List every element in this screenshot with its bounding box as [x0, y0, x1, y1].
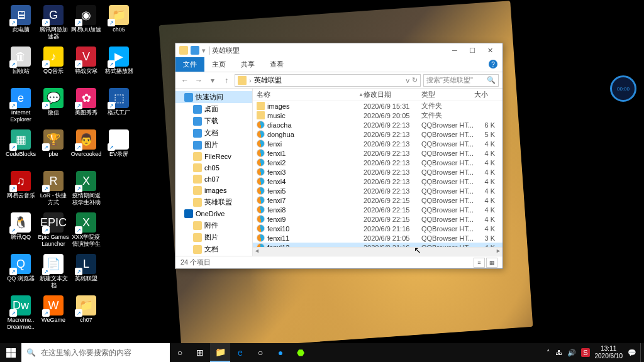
col-size[interactable]: 大小	[474, 90, 502, 99]
desktop-icon[interactable]: V特战灾寒	[70, 47, 102, 85]
taskbar-explorer-button[interactable]: 📁	[210, 343, 230, 362]
file-row[interactable]: fenxi122020/6/9 21:16QQBrowser HT...4 K	[253, 243, 502, 247]
desktop-icon[interactable]: ⬚格式工厂	[103, 88, 135, 127]
tab-view[interactable]: 查看	[262, 57, 291, 72]
view-details-button[interactable]: ≡	[474, 258, 485, 268]
horizontal-scrollbar[interactable]	[253, 247, 502, 256]
desktop-icon[interactable]: ♫网易云音乐	[5, 171, 36, 210]
taskbar-clock[interactable]: 13:11 2020/6/10	[595, 345, 623, 360]
file-row[interactable]: fenxi32020/6/9 22:13QQBrowser HT...4 K	[253, 167, 502, 177]
file-row[interactable]: music2020/6/9 20:05文件夹	[253, 111, 502, 120]
file-row[interactable]: fenxi82020/6/9 22:15QQBrowser HT...4 K	[253, 205, 502, 214]
navigation-tree[interactable]: 快速访问桌面下载文档图片FileRecvch05ch07images英雄联盟On…	[175, 89, 253, 256]
nav-tree-item[interactable]: ch07	[175, 173, 252, 185]
desktop-icon[interactable]: 📁ch05	[103, 5, 135, 44]
taskbar-edge-button[interactable]: e	[230, 343, 250, 362]
file-row[interactable]: images2020/6/9 15:31文件夹	[253, 101, 502, 111]
tray-network-icon[interactable]: 🖧	[555, 349, 562, 356]
desktop-icon[interactable]: L英雄联盟	[70, 254, 102, 293]
file-row[interactable]: fenxi102020/6/9 21:16QQBrowser HT...4 K	[253, 224, 502, 233]
nav-tree-item[interactable]: 文档	[175, 243, 252, 255]
search-input[interactable]: 搜索"英雄联盟" 🔍	[423, 74, 499, 87]
taskbar-search-input[interactable]: 🔍 在这里输入你要搜索的内容	[21, 343, 170, 362]
taskbar-app-button[interactable]: ●	[270, 343, 291, 362]
task-view-button[interactable]: ⊞	[190, 343, 210, 362]
nav-tree-item[interactable]: 下载	[175, 115, 252, 127]
col-date[interactable]: 修改日期	[364, 90, 421, 99]
file-row[interactable]: fenxi92020/6/9 22:15QQBrowser HT...4 K	[253, 214, 502, 224]
address-bar[interactable]: › 英雄联盟 v ↻	[235, 74, 421, 87]
nav-back-button[interactable]: ←	[179, 75, 191, 86]
tab-home[interactable]: 主页	[204, 57, 233, 72]
desktop-icon[interactable]: 🖥此电脑	[5, 5, 36, 44]
tab-share[interactable]: 共享	[233, 57, 262, 72]
desktop-icon[interactable]: eInternet Explorer	[5, 88, 36, 127]
desktop-icon[interactable]: G腾讯网游加速器	[38, 5, 69, 44]
col-name[interactable]: 名称	[257, 90, 270, 99]
tray-ime-icon[interactable]: S	[581, 348, 589, 357]
show-desktop-button[interactable]	[640, 343, 644, 362]
tray-volume-icon[interactable]: 🔊	[567, 349, 576, 357]
desktop-icon[interactable]: 📄新建文本文档	[38, 254, 69, 293]
desktop-icon[interactable]: ✿美图秀秀	[70, 88, 102, 127]
file-row[interactable]: fenxi52020/6/9 22:13QQBrowser HT...4 K	[253, 186, 502, 195]
column-headers[interactable]: 名称▲ 修改日期 类型 大小	[253, 89, 502, 101]
help-button[interactable]: ?	[489, 60, 497, 69]
desktop-icon[interactable]: 🐧腾讯QQ	[5, 212, 36, 251]
taskbar-app-button[interactable]: ⬣	[291, 343, 311, 362]
close-button[interactable]: ✕	[481, 43, 499, 57]
nav-tree-item[interactable]: 桌面	[175, 103, 252, 115]
nav-tree-item[interactable]: 英雄联盟	[175, 196, 252, 208]
desktop-icon[interactable]: EVEV录屏	[103, 129, 135, 168]
nav-forward-button[interactable]: →	[193, 75, 204, 86]
col-type[interactable]: 类型	[421, 90, 474, 99]
file-row[interactable]: fenxi42020/6/9 22:13QQBrowser HT...4 K	[253, 177, 502, 186]
nav-tree-item[interactable]: 附件	[175, 219, 252, 231]
file-row[interactable]: fenxi112020/6/9 21:05QQBrowser HT...3 K	[253, 233, 502, 243]
nav-tree-item[interactable]: 快速访问	[175, 91, 252, 103]
desktop-icon[interactable]: EPICEpic Games Launcher	[38, 212, 69, 251]
notifications-button[interactable]: 💬	[628, 349, 636, 357]
nav-tree-item[interactable]: ch05	[175, 162, 252, 173]
file-row[interactable]: diaocha2020/6/9 22:13QQBrowser HT...6 K	[253, 120, 502, 129]
file-row[interactable]: fenxi12020/6/9 22:13QQBrowser HT...4 K	[253, 148, 502, 158]
desktop-icon[interactable]: XXXX学院疫情演技学生返...	[70, 212, 102, 251]
desktop-icon[interactable]: ♪QQ音乐	[38, 47, 69, 85]
nav-recent-button[interactable]: ▾	[207, 75, 218, 86]
view-icons-button[interactable]: ▦	[486, 258, 497, 268]
desktop-icon[interactable]: 💬微信	[38, 88, 69, 127]
desktop-icon[interactable]: WWeGame	[38, 295, 69, 334]
quick-access-icon[interactable]	[191, 46, 199, 55]
file-row[interactable]: fenxi2020/6/9 22:13QQBrowser HT...4 K	[253, 139, 502, 148]
tray-chevron-up-icon[interactable]: ˄	[547, 349, 550, 357]
desktop-icon[interactable]: 👨Overcooked	[70, 129, 102, 168]
desktop-icon[interactable]: ◉网易UU加速	[70, 5, 102, 44]
taskbar-app-button[interactable]: ○	[250, 343, 270, 362]
desktop-icon[interactable]: ▦CodeBlocks	[5, 129, 36, 168]
file-row[interactable]: fenxi72020/6/9 22:15QQBrowser HT...4 K	[253, 195, 502, 205]
nav-up-button[interactable]: ↑	[221, 75, 232, 86]
tab-file[interactable]: 文件	[175, 57, 204, 72]
path-segment[interactable]: 英雄联盟	[254, 75, 282, 85]
desktop-icon[interactable]: 📁ch07	[70, 295, 102, 334]
maximize-button[interactable]: ☐	[464, 43, 481, 57]
minimize-button[interactable]: ─	[446, 43, 464, 57]
nav-tree-item[interactable]: 图片	[175, 231, 252, 243]
nav-tree-item[interactable]: OneDrive	[175, 208, 252, 219]
desktop-icon[interactable]: X疫情期间返校学生补助发...	[70, 171, 102, 210]
file-row[interactable]: donghua2020/6/9 22:13QQBrowser HT...5 K	[253, 129, 502, 139]
file-row[interactable]: fenxi22020/6/9 22:13QQBrowser HT...4 K	[253, 158, 502, 167]
desktop-icon[interactable]: DwMacrome.. Dreamwe..	[5, 295, 36, 334]
start-button[interactable]	[0, 343, 21, 362]
nav-tree-item[interactable]: FileRecv	[175, 151, 252, 162]
nav-tree-item[interactable]: images	[175, 185, 252, 196]
desktop-icon[interactable]: 🗑回收站	[5, 47, 36, 85]
desktop-icon[interactable]: 🏆pbe	[38, 129, 69, 168]
desktop-icon[interactable]: QQQ 浏览器	[5, 254, 36, 293]
window-titlebar[interactable]: ▾ │ 英雄联盟 ─ ☐ ✕	[175, 43, 502, 57]
nav-tree-item[interactable]: 文档	[175, 127, 252, 139]
nav-tree-item[interactable]: 图片	[175, 139, 252, 151]
desktop-icon[interactable]: RLoR - 快捷方式	[38, 171, 69, 210]
desktop-icon[interactable]: ▶格式播放器	[103, 47, 135, 85]
file-rows[interactable]: images2020/6/9 15:31文件夹music2020/6/9 20:…	[253, 101, 502, 247]
